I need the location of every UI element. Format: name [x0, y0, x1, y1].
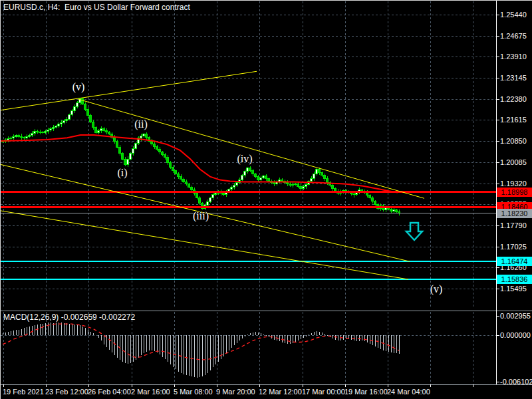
- price-axis-label: 1.17790: [500, 221, 527, 229]
- price-axis-label: 1.24675: [500, 32, 527, 40]
- price-axis-label: 1.22380: [500, 95, 527, 103]
- time-axis-label: 19 Mar 16:00: [344, 388, 388, 396]
- price-axis-label: 1.19320: [500, 180, 527, 188]
- time-axis-label: 23 Feb 12:00: [45, 388, 88, 396]
- macd-axis-label: 0.002955: [500, 312, 531, 320]
- wave-label-v: (v): [430, 283, 443, 295]
- time-axis-label: 24 Mar 04:00: [387, 388, 430, 396]
- price-axis-label: 1.23145: [500, 74, 527, 82]
- wave-label-ii: (ii): [134, 118, 148, 130]
- price-axis-label: 1.23910: [500, 53, 527, 61]
- wave-label-iv: (iv): [237, 153, 252, 165]
- price-badge-1.16474: 1.16474: [497, 257, 532, 266]
- chart-background: [1, 1, 532, 399]
- macd-indicator-label: MACD(12,26,9) -0.002659 -0.002272: [3, 313, 135, 322]
- time-axis-label: 12 Mar 12:00: [259, 388, 302, 396]
- price-badge-1.18998: 1.18998: [497, 188, 532, 197]
- time-axis-label: 5 Mar 08:00: [174, 388, 213, 396]
- chart-title: EURUSD.c, H4: Euro vs US Dollar Forward …: [3, 3, 190, 12]
- time-axis-label: 9 Mar 20:00: [216, 388, 255, 396]
- price-axis-label: 1.17025: [500, 243, 527, 251]
- price-axis-label: 1.21615: [500, 116, 527, 124]
- mt4-chart-window: EURUSD.c, H4: Euro vs US Dollar Forward …: [0, 0, 532, 399]
- time-axis-label: 2 Mar 16:00: [131, 388, 170, 396]
- time-axis-label: 19 Feb 2021: [3, 388, 44, 396]
- time-axis-label: 26 Feb 04:00: [88, 388, 131, 396]
- price-axis-label: 1.20850: [500, 137, 527, 145]
- wave-label-iii: (iii): [193, 210, 209, 222]
- wave-label-v: (v): [72, 81, 85, 93]
- price-badge-1.18230: 1.18230: [497, 209, 532, 218]
- time-axis-label: 17 Mar 00:00: [302, 388, 345, 396]
- macd-axis-label: 0.000000: [500, 331, 531, 339]
- price-badge-1.15836: 1.15836: [497, 275, 532, 284]
- macd-axis-label: -0.006102: [500, 378, 532, 386]
- price-axis-label: 1.15495: [500, 285, 527, 293]
- price-axis-label: 1.25440: [500, 11, 527, 19]
- chart-canvas[interactable]: [1, 1, 532, 399]
- wave-label-i: (i): [117, 167, 127, 179]
- price-axis-label: 1.20085: [500, 158, 527, 166]
